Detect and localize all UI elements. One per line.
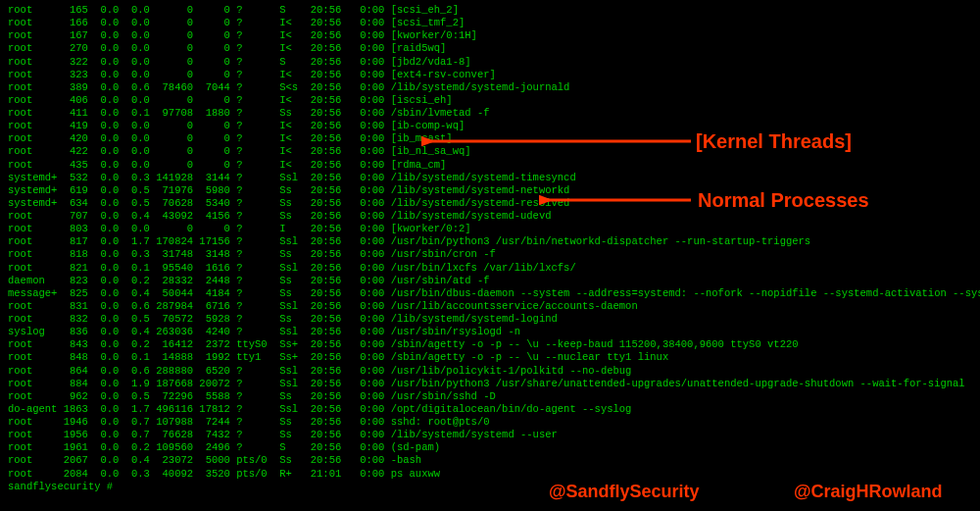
process-row: root 435 0.0 0.0 0 0 ? I< 20:56 0:00 [rd… bbox=[8, 159, 972, 172]
process-row: root 1946 0.0 0.7 107988 7244 ? Ss 20:56… bbox=[8, 416, 972, 429]
process-row: root 817 0.0 1.7 170824 17156 ? Ssl 20:5… bbox=[8, 235, 972, 248]
process-row: root 884 0.0 1.9 187668 20072 ? Ssl 20:5… bbox=[8, 378, 972, 390]
normal-processes-label: Normal Processes bbox=[698, 188, 869, 213]
process-row: root 389 0.0 0.6 78460 7044 ? S<s 20:56 … bbox=[8, 81, 972, 94]
process-row: root 411 0.0 0.1 97708 1880 ? Ss 20:56 0… bbox=[8, 107, 972, 120]
process-row: root 323 0.0 0.0 0 0 ? I< 20:56 0:00 [ex… bbox=[8, 69, 972, 81]
process-row: root 166 0.0 0.0 0 0 ? I< 20:56 0:00 [sc… bbox=[8, 17, 972, 29]
process-row: root 803 0.0 0.0 0 0 ? I 20:56 0:00 [kwo… bbox=[8, 223, 972, 235]
terminal-output[interactable]: root 165 0.0 0.0 0 0 ? S 20:56 0:00 [scs… bbox=[8, 4, 972, 493]
process-row: root 818 0.0 0.3 31748 3148 ? Ss 20:56 0… bbox=[8, 248, 972, 261]
process-row: root 864 0.0 0.6 288880 6520 ? Ssl 20:56… bbox=[8, 365, 972, 378]
kernel-threads-label: [Kernel Threads] bbox=[696, 129, 852, 154]
process-row: root 165 0.0 0.0 0 0 ? S 20:56 0:00 [scs… bbox=[8, 4, 972, 17]
process-row: systemd+ 532 0.0 0.3 141928 3144 ? Ssl 2… bbox=[8, 172, 972, 184]
process-row: root 962 0.0 0.5 72296 5588 ? Ss 20:56 0… bbox=[8, 390, 972, 403]
process-row: daemon 823 0.0 0.2 28332 2448 ? Ss 20:56… bbox=[8, 275, 972, 287]
handle-company: @SandflySecurity bbox=[549, 481, 700, 503]
process-row: root 848 0.0 0.1 14888 1992 tty1 Ss+ 20:… bbox=[8, 351, 972, 364]
process-row: root 322 0.0 0.0 0 0 ? S 20:56 0:00 [jbd… bbox=[8, 56, 972, 69]
process-row: root 2084 0.0 0.3 40092 3520 pts/0 R+ 21… bbox=[8, 468, 972, 481]
process-row: root 1956 0.0 0.7 76628 7432 ? Ss 20:56 … bbox=[8, 429, 972, 441]
process-row: root 1961 0.0 0.2 109560 2496 ? S 20:56 … bbox=[8, 441, 972, 454]
process-row: root 270 0.0 0.0 0 0 ? I< 20:56 0:00 [ra… bbox=[8, 42, 972, 55]
process-row: syslog 836 0.0 0.4 263036 4240 ? Ssl 20:… bbox=[8, 326, 972, 338]
process-row: root 821 0.0 0.1 95540 1616 ? Ssl 20:56 … bbox=[8, 262, 972, 275]
process-row: root 832 0.0 0.5 70572 5928 ? Ss 20:56 0… bbox=[8, 313, 972, 326]
process-row: root 167 0.0 0.0 0 0 ? I< 20:56 0:00 [kw… bbox=[8, 29, 972, 42]
process-row: do-agent 1863 0.0 1.7 496116 17812 ? Ssl… bbox=[8, 403, 972, 416]
process-row: root 831 0.0 0.6 287984 6716 ? Ssl 20:56… bbox=[8, 300, 972, 313]
process-row: root 843 0.0 0.2 16412 2372 ttyS0 Ss+ 20… bbox=[8, 338, 972, 351]
process-row: root 2067 0.0 0.4 23072 5000 pts/0 Ss 20… bbox=[8, 454, 972, 467]
process-row: message+ 825 0.0 0.4 50044 4184 ? Ss 20:… bbox=[8, 287, 972, 300]
process-row: root 406 0.0 0.0 0 0 ? I< 20:56 0:00 [is… bbox=[8, 94, 972, 107]
handle-person: @CraigHRowland bbox=[794, 481, 943, 503]
